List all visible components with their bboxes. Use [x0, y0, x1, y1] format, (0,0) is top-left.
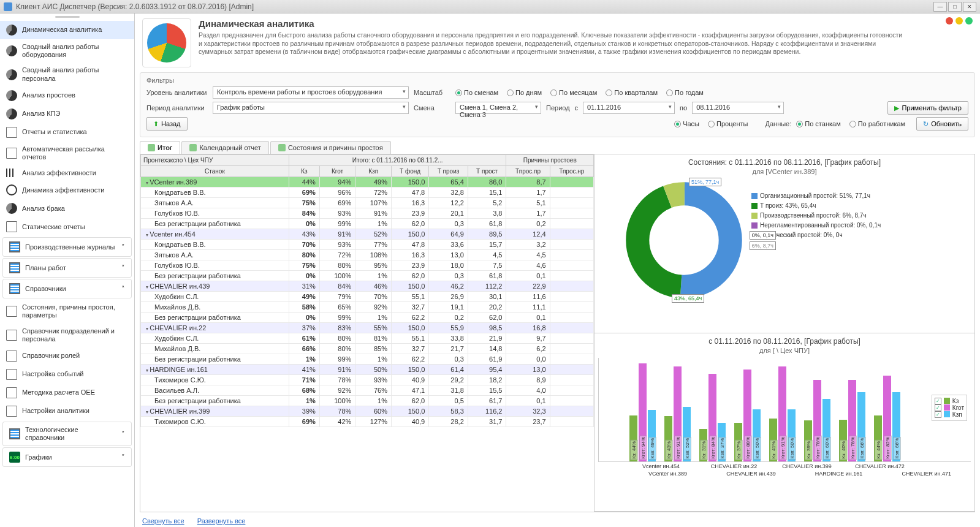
- scale-radio-1[interactable]: По дням: [507, 89, 542, 96]
- table-row[interactable]: Васильев А.Л.68%92%76%47,131,815,54,0: [141, 385, 594, 396]
- expand-all-link[interactable]: Развернуть все: [197, 517, 246, 525]
- col-Кз[interactable]: Кз: [289, 166, 319, 177]
- sidebar-handle[interactable]: [0, 16, 134, 21]
- col-Кзп[interactable]: Кзп: [355, 166, 392, 177]
- shift-select[interactable]: Смена 1, Смена 2, Смена 3: [455, 102, 541, 114]
- minimize-button[interactable]: —: [933, 2, 947, 12]
- cell: 11,1: [506, 302, 550, 313]
- level-select[interactable]: Контроль времени работы и простоев обору…: [213, 86, 409, 99]
- sidebar-subitem-2-3[interactable]: Настройка событий: [0, 365, 134, 384]
- table-row[interactable]: Голубков Ю.В.84%93%91%23,920,13,81,7: [141, 208, 594, 219]
- scale-radio-2[interactable]: По месяцам: [550, 89, 597, 96]
- sidebar-group-4[interactable]: 6:00Графики˅: [2, 447, 132, 467]
- table-row[interactable]: CHEVALIER ин.39939%78%60%150,058,3116,23…: [141, 406, 594, 417]
- table-row[interactable]: Кондратьев В.В.69%96%72%47,832,815,11,7: [141, 188, 594, 198]
- col-Т фонд[interactable]: Т фонд: [391, 166, 428, 177]
- table-row[interactable]: Михайлов Д.В.58%65%92%32,719,120,211,1: [141, 302, 594, 313]
- bar-group: Кз: 41%Кгот: 91%Кзп: 50%: [769, 366, 796, 461]
- sidebar-group-1[interactable]: Планы работ˅: [2, 258, 132, 278]
- sidebar-subitem-2-1[interactable]: Справочник подразделений и персонала: [0, 324, 134, 347]
- col-name[interactable]: Станок: [141, 166, 289, 177]
- sidebar-group-2[interactable]: Справочники˄: [2, 279, 132, 298]
- table-row[interactable]: VCenter ин.38944%94%49%150,065,486,08,7: [141, 177, 594, 188]
- table-row[interactable]: CHEVALIER ин.43931%84%46%150,046,2112,22…: [141, 281, 594, 292]
- sidebar-subitem-2-5[interactable]: Настройки аналитики: [0, 402, 134, 420]
- sidebar-item-1[interactable]: Сводный анализ работы оборудования: [0, 39, 134, 63]
- sidebar-item-6[interactable]: Автоматическая рассылка отчетов: [0, 142, 134, 165]
- table-row[interactable]: Тихомиров С.Ю.71%78%93%40,929,218,28,9: [141, 375, 594, 385]
- maximize-button[interactable]: □: [948, 2, 962, 12]
- refresh-button[interactable]: ↻Обновить: [916, 117, 968, 131]
- row-name: Без регистрации работника: [141, 396, 289, 406]
- data-radio-1[interactable]: По работникам: [849, 120, 905, 127]
- col-Кгот[interactable]: Кгот: [319, 166, 355, 177]
- unit-radio-0[interactable]: Часы: [674, 120, 699, 127]
- tab-1[interactable]: Календарный отчет: [181, 141, 268, 154]
- scale-radio-4[interactable]: По годам: [666, 89, 704, 96]
- cell: 3,2: [506, 240, 550, 250]
- tab-0[interactable]: Итог: [140, 141, 180, 154]
- sidebar-item-8[interactable]: Динамика эффективности: [0, 181, 134, 199]
- tab-2[interactable]: Состояния и причины простоя: [270, 141, 391, 154]
- row-name: Васильев А.Л.: [141, 385, 289, 396]
- apply-filter-button[interactable]: ▶Применить фильтр: [887, 101, 968, 115]
- back-button[interactable]: ⬆Назад: [146, 117, 188, 131]
- sidebar-item-3[interactable]: Анализ простоев: [0, 86, 134, 105]
- cell: [550, 385, 593, 396]
- table-row[interactable]: Тихомиров С.Ю.69%42%127%40,928,231,723,7: [141, 417, 594, 427]
- traffic-green-icon: [965, 17, 973, 25]
- table-row[interactable]: Зятьков А.А.80%72%108%16,313,04,54,5: [141, 250, 594, 260]
- doc-icon: [6, 369, 17, 380]
- table-row[interactable]: Михайлов Д.В.66%80%85%32,721,714,86,2: [141, 344, 594, 354]
- col-Т произ[interactable]: Т произ: [429, 166, 468, 177]
- sidebar-group-0[interactable]: Производственные журналы˅: [2, 237, 132, 257]
- sidebar-subitem-2-4[interactable]: Методика расчета OEE: [0, 384, 134, 402]
- sidebar-item-7[interactable]: Анализ эффективности: [0, 165, 134, 181]
- date-from-input[interactable]: 01.11.2016: [583, 102, 675, 114]
- period-select[interactable]: График работы: [213, 102, 409, 114]
- table-row[interactable]: Худобкин С.Л.49%79%70%55,126,930,111,6: [141, 292, 594, 302]
- data-grid[interactable]: Пронтехэкспо \ Цех ЧПУ Итого: с 01.11.20…: [140, 154, 594, 512]
- col-Тпрос.пр[interactable]: Тпрос.пр: [506, 166, 550, 177]
- sidebar-item-label: Анализ простоев: [22, 91, 128, 99]
- table-row[interactable]: Кондратьев В.В.70%93%77%47,833,615,73,2: [141, 240, 594, 250]
- table-row[interactable]: Худобкин С.Л.61%80%81%55,133,821,99,7: [141, 333, 594, 344]
- sidebar-item-10[interactable]: Статические отчеты: [0, 218, 134, 236]
- unit-radio-1[interactable]: Проценты: [708, 120, 748, 127]
- bar-legend-item[interactable]: ✓Кгот: [935, 404, 964, 411]
- sidebar-item-5[interactable]: Отчеты и статистика: [0, 123, 134, 142]
- sidebar-item-0[interactable]: Динамическая аналитика: [0, 21, 134, 39]
- table-row[interactable]: Голубков Ю.В.75%80%95%23,918,07,54,6: [141, 260, 594, 271]
- table-row[interactable]: Vcenter ин.45443%91%52%150,064,989,512,4: [141, 229, 594, 240]
- close-button[interactable]: ✕: [963, 2, 976, 12]
- sidebar-item-4[interactable]: Анализ КПЭ: [0, 105, 134, 123]
- table-row[interactable]: Зятьков А.А.75%69%107%16,312,25,25,1: [141, 198, 594, 208]
- cell: 5,2: [468, 198, 506, 208]
- table-row[interactable]: Без регистрации работника0%99%1%62,00,36…: [141, 219, 594, 229]
- sidebar-group-3[interactable]: Технологические справочники˅: [2, 422, 132, 446]
- sidebar-subitem-2-2[interactable]: Справочник ролей: [0, 347, 134, 365]
- collapse-all-link[interactable]: Свернуть все: [142, 517, 184, 525]
- cell: 32,7: [391, 344, 428, 354]
- date-to-input[interactable]: 08.11.2016: [692, 102, 784, 114]
- sidebar-item-2[interactable]: Сводный анализ работы персонала: [0, 63, 134, 86]
- table-row[interactable]: Без регистрации работника0%99%1%62,20,26…: [141, 313, 594, 323]
- table-row[interactable]: CHEVALIER ин.2237%83%55%150,055,998,516,…: [141, 323, 594, 333]
- col-Т прост[interactable]: Т прост: [468, 166, 506, 177]
- scale-label: Масштаб: [414, 89, 450, 96]
- sidebar-item-9[interactable]: Анализ брака: [0, 199, 134, 218]
- legend-item: Производственный простой: 6%, 8,7ч: [751, 211, 881, 221]
- table-row[interactable]: Без регистрации работника1%99%1%62,20,36…: [141, 354, 594, 365]
- col-Тпрос.нр[interactable]: Тпрос.нр: [550, 166, 593, 177]
- table-row[interactable]: Без регистрации работника0%100%1%62,00,3…: [141, 271, 594, 281]
- sidebar-subitem-2-0[interactable]: Состояния, причины простоя, параметры: [0, 300, 134, 323]
- bar-legend-item[interactable]: ✓Кзп: [935, 411, 964, 418]
- data-radio-0[interactable]: По станкам: [796, 120, 840, 127]
- table-row[interactable]: HARDINGE ин.16141%91%50%150,061,495,413,…: [141, 365, 594, 375]
- table-row[interactable]: Без регистрации работника1%100%1%62,00,5…: [141, 396, 594, 406]
- scale-radio-0[interactable]: По сменам: [455, 89, 498, 96]
- row-name: Без регистрации работника: [141, 219, 289, 229]
- sidebar-item-label: Динамика эффективности: [22, 186, 128, 194]
- scale-radio-3[interactable]: По кварталам: [606, 89, 658, 96]
- bar-legend-item[interactable]: ✓Кз: [935, 398, 964, 404]
